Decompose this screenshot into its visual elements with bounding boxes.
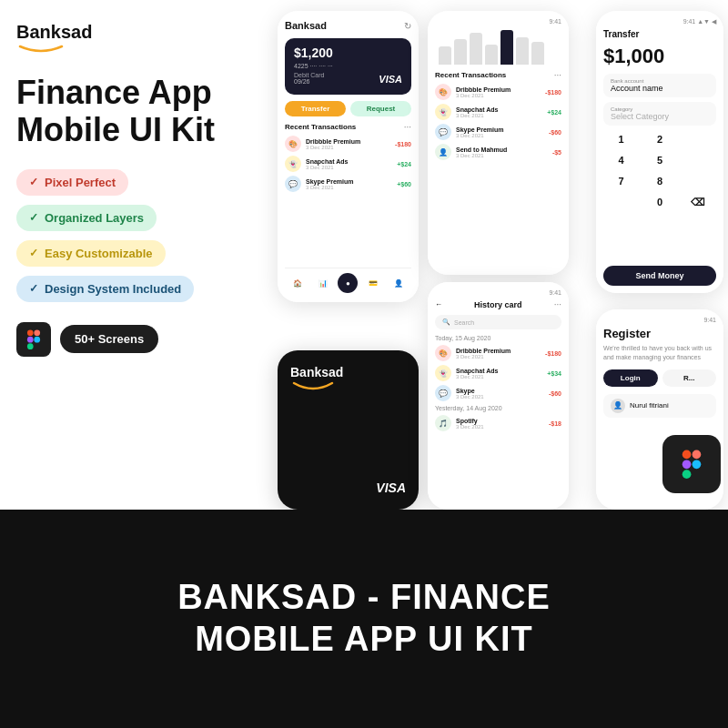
search-box[interactable]: 🔍 Search: [435, 315, 561, 329]
feature-organized-layers: ✓ Organized Layers: [16, 205, 157, 231]
key-2[interactable]: 2: [642, 130, 677, 148]
transaction-item-2: 👻 Snapchat Ads 3 Dec 2021 +$24: [285, 156, 411, 172]
feature-label-1: Pixel Perfect: [45, 176, 116, 189]
request-button[interactable]: Request: [350, 101, 411, 116]
bottom-title-line2: MOBILE APP UI KIT: [177, 619, 551, 661]
h-txn-1: 🎨 Dribbble Premium 3 Dec 2021 -$180: [435, 345, 561, 361]
transfer-button[interactable]: Transfer: [285, 101, 346, 116]
transaction-item: 🎨 Dribbble Premium 3 Dec 2021 -$180: [285, 136, 411, 152]
h-txn-3: 💬 Skype 3 Dec 2021 -$60: [435, 385, 561, 401]
screens-count-badge: 50+ Screens: [60, 325, 158, 353]
phone2-recent-label: Recent Transactions: [435, 71, 506, 79]
phone-4-screen: 9:41 ← History card ··· 🔍 Search Today, …: [428, 282, 569, 510]
bar-3: [470, 33, 482, 65]
register-title: Register: [603, 327, 716, 340]
visa-logo: VISA: [379, 74, 402, 85]
left-panel: Banksad Finance AppMobile UI Kit ✓ Pixel…: [0, 0, 237, 510]
svg-rect-5: [682, 450, 692, 460]
txn-name-3: Skype Premium: [306, 178, 392, 185]
svg-point-4: [34, 337, 40, 343]
figma-floating-badge: [662, 435, 721, 493]
register-button[interactable]: R...: [662, 369, 717, 387]
txn-name: Dribbble Premium: [306, 138, 390, 145]
key-1[interactable]: 1: [603, 130, 639, 148]
nav-home[interactable]: 🏠: [288, 273, 308, 293]
key-5[interactable]: 5: [642, 151, 677, 169]
card-amount: $1,200: [294, 46, 402, 60]
feature-label-4: Design System Included: [45, 282, 181, 296]
txn-date-3: 3 Dec 2021: [306, 185, 392, 190]
card-bottom: Debit Card 09/26 VISA: [294, 72, 402, 85]
h-txn-name-3: Skype: [456, 388, 544, 394]
features-list: ✓ Pixel Perfect ✓ Organized Layers ✓ Eas…: [16, 169, 220, 302]
txn-date-2: 3 Dec 2021: [306, 165, 392, 170]
history-title: History card: [474, 300, 522, 309]
h-txn-icon-2: 👻: [435, 365, 451, 381]
h-txn-2: 👻 Snapchat Ads 3 Dec 2021 +$34: [435, 365, 561, 381]
nav-center[interactable]: ●: [338, 273, 358, 293]
bank-account-value: Account name: [611, 84, 709, 93]
transfer-amount: $1,000: [603, 45, 716, 68]
p2-txn-icon-3: 💬: [435, 124, 451, 140]
h-txn-name-4: Spotify: [456, 418, 544, 424]
nav-user[interactable]: 👤: [389, 273, 409, 293]
dark-card-top: Banksad: [290, 365, 343, 396]
key-0[interactable]: 0: [642, 193, 677, 212]
h-txn-info-1: Dribbble Premium 3 Dec 2021: [456, 348, 541, 359]
p2-txn-icon-4: 👤: [435, 144, 451, 160]
numpad: 1 2 4 5 7 8 0 ⌫: [603, 130, 716, 212]
bar-chart: [435, 28, 561, 65]
h-txn-date-4: 3 Dec 2021: [456, 424, 544, 430]
key-7[interactable]: 7: [603, 172, 639, 190]
time-bar-4: 9:41: [435, 289, 561, 296]
phone-2: 9:41 Recent Transactions ··· 🎨: [428, 11, 569, 275]
check-icon: ✓: [29, 176, 38, 188]
key-8[interactable]: 8: [642, 172, 677, 190]
h-txn-info-2: Snapchat Ads 3 Dec 2021: [456, 368, 542, 379]
p2-txn-amt-3: -$60: [549, 129, 561, 136]
key-3[interactable]: [681, 130, 716, 148]
bank-account-field[interactable]: Bank account Account name: [603, 74, 716, 97]
back-arrow-icon[interactable]: ←: [435, 300, 442, 308]
p2-txn-amt-4: -$5: [552, 149, 561, 156]
history-more-icon[interactable]: ···: [554, 299, 561, 309]
h-txn-amt-3: -$60: [549, 390, 561, 397]
brand-logo: Banksad: [16, 22, 220, 54]
p2-txn-info-4: Send to Mahmud 3 Dec 2021: [456, 147, 548, 158]
action-buttons: Transfer Request: [285, 101, 411, 116]
key-9[interactable]: [681, 172, 716, 190]
nav-chart[interactable]: 📊: [313, 273, 333, 293]
txn-icon-dribbble: 🎨: [285, 136, 301, 152]
search-placeholder: Search: [454, 319, 474, 326]
key-6[interactable]: [681, 151, 716, 169]
send-money-button[interactable]: Send Money: [603, 266, 716, 286]
txn-info-3: Skype Premium 3 Dec 2021: [306, 178, 392, 190]
right-panel: Banksad ↻ $1,200 4225 ···· ···· ··· Debi…: [232, 0, 728, 510]
h-txn-icon-1: 🎨: [435, 345, 451, 361]
p2-txn-3: 💬 Skype Premium 3 Dec 2021 -$60: [435, 124, 561, 140]
card-expiry: 09/26: [294, 78, 324, 85]
dark-card-bottom: VISA: [290, 480, 406, 495]
svg-rect-7: [682, 460, 692, 469]
category-field[interactable]: Category Select Category: [603, 102, 716, 126]
bar-4: [485, 45, 498, 65]
p2-txn-info-2: Snapchat Ads 3 Dec 2021: [456, 106, 542, 118]
card-type: Debit Card: [294, 72, 324, 78]
phone2-more-dots[interactable]: ···: [554, 70, 561, 80]
time-bar-3: 9:41 ▲▼ ◀: [603, 18, 716, 25]
login-button[interactable]: Login: [603, 369, 658, 387]
refresh-icon[interactable]: ↻: [404, 21, 411, 31]
phone-main: Banksad ↻ $1,200 4225 ···· ···· ··· Debi…: [278, 11, 419, 302]
dark-card-smile-icon: [290, 381, 336, 392]
p2-txn-name-4: Send to Mahmud: [456, 147, 548, 153]
brand-name: Banksad: [16, 22, 92, 43]
nav-card[interactable]: 💳: [363, 273, 383, 293]
more-dots-icon[interactable]: ···: [404, 122, 411, 132]
bottom-section: BANKSAD - FINANCE MOBILE APP UI KIT: [0, 510, 728, 728]
h-txn-amt-1: -$180: [545, 350, 561, 357]
key-del[interactable]: ⌫: [681, 193, 716, 212]
p2-txn-name-2: Snapchat Ads: [456, 106, 542, 113]
user-name: Nurul fitriani: [630, 401, 669, 410]
key-4[interactable]: 4: [603, 151, 639, 169]
headline: Finance AppMobile UI Kit: [16, 74, 220, 149]
